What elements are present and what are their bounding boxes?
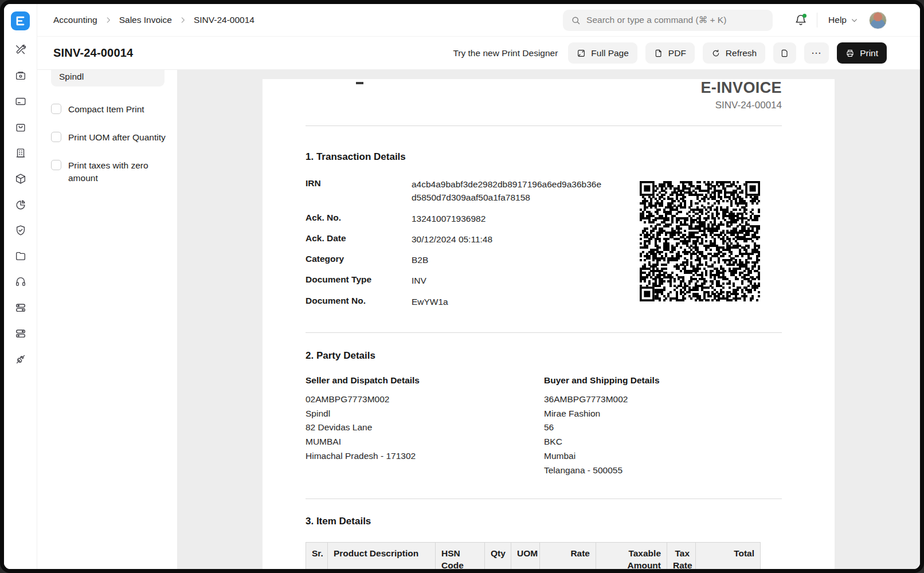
search-placeholder: Search or type a command (⌘ + K) xyxy=(586,15,726,25)
seller-details: Seller and Dispatch Details 02AMBPG7773M… xyxy=(306,375,544,478)
card-icon[interactable] xyxy=(14,95,27,110)
transaction-label: Document No. xyxy=(306,295,412,308)
checkbox[interactable] xyxy=(51,132,61,142)
pdf-button[interactable]: PDF xyxy=(645,42,695,64)
transaction-value: a4cb4a9babf3de2982db8917196a6ed9a36b36ed… xyxy=(412,178,604,205)
transaction-row: IRN a4cb4a9babf3de2982db8917196a6ed9a36b… xyxy=(306,178,604,205)
letterhead-remnant xyxy=(356,82,363,84)
app-window: Accounting Sales Invoice SINV-24-00014 S… xyxy=(0,0,924,573)
navbar-divider xyxy=(817,13,817,28)
breadcrumb-current[interactable]: SINV-24-00014 xyxy=(194,15,255,25)
app-icon-rail xyxy=(4,4,37,569)
full-page-button[interactable]: Full Page xyxy=(568,42,637,64)
help-label: Help xyxy=(828,15,847,25)
item-column-header: Rate xyxy=(540,542,596,569)
checkbox-label: Compact Item Print xyxy=(68,103,144,116)
item-column-header: Product Description xyxy=(328,542,436,569)
transaction-value: 30/12/2024 05:11:48 xyxy=(412,233,604,246)
transaction-label: Ack. No. xyxy=(306,212,412,225)
buyer-details: Buyer and Shipping Details 36AMBPG7773M0… xyxy=(544,375,782,478)
expand-icon xyxy=(577,49,586,58)
building-icon[interactable] xyxy=(14,147,27,162)
refresh-button[interactable]: Refresh xyxy=(703,42,765,64)
chevron-down-icon xyxy=(851,17,858,24)
checkbox-label: Print UOM after Quantity xyxy=(68,131,166,144)
buyer-line: Mirae Fashion xyxy=(544,407,782,421)
plug-icon[interactable] xyxy=(14,353,27,368)
breadcrumb: Accounting Sales Invoice SINV-24-00014 xyxy=(53,15,255,25)
letterhead-select[interactable]: Spindl xyxy=(51,70,165,87)
seller-line: MUMBAI xyxy=(306,435,544,449)
package-icon[interactable] xyxy=(14,172,27,187)
item-details-heading: 3. Item Details xyxy=(306,516,782,527)
print-setting-checkbox-row[interactable]: Print taxes with zero amount xyxy=(51,159,166,185)
sliders-alt-icon[interactable] xyxy=(14,327,27,342)
seller-heading: Seller and Dispatch Details xyxy=(306,375,544,386)
print-setting-checkbox-row[interactable]: Print UOM after Quantity xyxy=(51,131,166,144)
user-avatar[interactable] xyxy=(869,11,887,29)
chevron-right-icon xyxy=(179,16,187,24)
tools-icon[interactable] xyxy=(14,44,27,58)
item-column-header: Sr. xyxy=(306,542,328,569)
blank-file-icon xyxy=(780,49,789,58)
transaction-value: INV xyxy=(412,274,604,287)
buyer-heading: Buyer and Shipping Details xyxy=(544,375,782,386)
seller-line: 82 Devidas Lane xyxy=(306,421,544,435)
buyer-line: 36AMBPG7773M002 xyxy=(544,393,782,407)
transaction-row: Category B2B xyxy=(306,253,604,266)
help-menu[interactable]: Help xyxy=(828,15,858,25)
more-menu-button[interactable]: ⋯ xyxy=(804,42,829,64)
notifications-bell-icon[interactable] xyxy=(794,14,807,26)
transaction-label: Category xyxy=(306,253,412,266)
seller-line: Himachal Pradesh - 171302 xyxy=(306,449,544,464)
transaction-details-heading: 1. Transaction Details xyxy=(306,151,782,163)
checkbox[interactable] xyxy=(51,160,61,170)
file-icon xyxy=(654,49,663,58)
checkbox[interactable] xyxy=(51,104,61,114)
print-setting-checkbox-row[interactable]: Compact Item Print xyxy=(51,103,166,116)
print-button[interactable]: Print xyxy=(837,42,887,64)
refresh-icon xyxy=(711,49,721,58)
breadcrumb-sales-invoice[interactable]: Sales Invoice xyxy=(119,15,172,25)
item-column-header: Total xyxy=(696,542,761,569)
buyer-line: 56 xyxy=(544,421,782,435)
shield-check-icon[interactable] xyxy=(14,224,27,239)
sliders-icon[interactable] xyxy=(14,301,27,316)
chevron-right-icon xyxy=(104,16,112,24)
transaction-details-grid: IRN a4cb4a9babf3de2982db8917196a6ed9a36b… xyxy=(306,178,604,308)
print-settings-panel: Spindl Compact Item Print Print UOM afte… xyxy=(37,70,177,569)
item-column-header: Tax Rate xyxy=(667,542,696,569)
seller-line: Spindl xyxy=(306,407,544,421)
transaction-row: Ack. No. 132410071936982 xyxy=(306,212,604,225)
folder-icon[interactable] xyxy=(14,250,27,265)
transaction-row: Document Type INV xyxy=(306,274,604,287)
transaction-value: EwYW1a xyxy=(412,295,604,308)
print-designer-link[interactable]: Try the new Print Designer xyxy=(453,48,558,58)
transaction-label: Ack. Date xyxy=(306,233,412,246)
page-title: SINV-24-00014 xyxy=(53,46,133,60)
transaction-label: IRN xyxy=(306,178,412,205)
einvoice-qr-code xyxy=(640,181,760,301)
transaction-value: B2B xyxy=(412,253,604,266)
page-head: SINV-24-00014 Try the new Print Designer… xyxy=(37,37,920,70)
new-document-button[interactable] xyxy=(773,42,796,64)
top-navbar: Accounting Sales Invoice SINV-24-00014 S… xyxy=(37,4,920,37)
headset-icon[interactable] xyxy=(14,276,27,291)
invoice-page: E-INVOICE SINV-24-00014 1. Transaction D… xyxy=(263,79,835,569)
printer-icon xyxy=(845,49,855,58)
breadcrumb-accounting[interactable]: Accounting xyxy=(53,15,97,25)
pos-icon[interactable] xyxy=(14,69,27,84)
buyer-line: Telangana - 500055 xyxy=(544,464,782,478)
global-search-input[interactable]: Search or type a command (⌘ + K) xyxy=(563,10,773,31)
erpnext-logo-icon[interactable] xyxy=(11,11,30,30)
pie-chart-icon[interactable] xyxy=(14,198,27,213)
item-column-header: UOM xyxy=(511,542,540,569)
transaction-row: Document No. EwYW1a xyxy=(306,295,604,308)
transaction-value: 132410071936982 xyxy=(412,212,604,225)
item-table: Sr.Product DescriptionHSN CodeQtyUOMRate… xyxy=(306,542,761,569)
header-divider xyxy=(306,125,782,126)
item-column-header: Taxable Amount xyxy=(596,542,667,569)
print-preview-background: E-INVOICE SINV-24-00014 1. Transaction D… xyxy=(177,70,920,569)
shopping-bag-icon[interactable] xyxy=(14,121,27,136)
transaction-label: Document Type xyxy=(306,274,412,287)
